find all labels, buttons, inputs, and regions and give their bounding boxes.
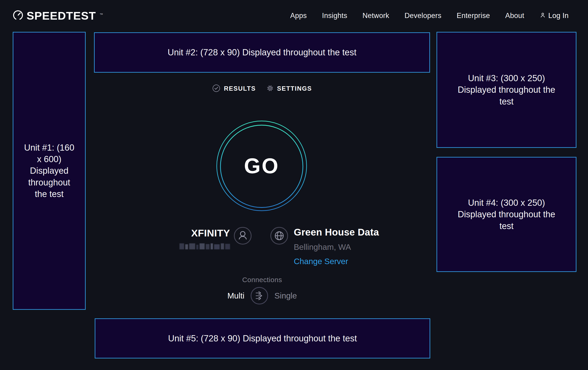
login-label: Log In (548, 11, 569, 20)
tab-results-label: RESULTS (224, 85, 256, 92)
main-nav: Apps Insights Network Developers Enterpr… (290, 11, 569, 20)
globe-icon-badge (270, 227, 288, 246)
speedtest-logo[interactable]: SPEEDTEST ™ (13, 9, 103, 22)
ad-unit-5[interactable]: Unit #5: (728 x 90) Displayed throughout… (95, 318, 430, 359)
connections-single-option[interactable]: Single (274, 291, 297, 300)
ad-unit-3[interactable]: Unit #3: (300 x 250) Displayed throughou… (437, 32, 577, 148)
user-icon (539, 12, 546, 19)
connection-details: XFINITY (94, 225, 430, 269)
nav-item-apps[interactable]: Apps (290, 11, 307, 20)
nav-item-developers[interactable]: Developers (404, 11, 441, 20)
ad-unit-2-text: Unit #2: (728 x 90) Displayed throughout… (168, 47, 356, 58)
connections-section: Connections Multi Single (94, 276, 430, 305)
ad-unit-1[interactable]: Unit #1: (160 x 600) Displayed throughou… (13, 32, 86, 310)
check-circle-icon (212, 84, 220, 93)
login-button[interactable]: Log In (539, 11, 569, 20)
ad-unit-4-text: Unit #4: (300 x 250) Displayed throughou… (458, 197, 556, 232)
ad-unit-1-text: Unit #1: (160 x 600) Displayed throughou… (23, 142, 75, 200)
ad-unit-4[interactable]: Unit #4: (300 x 250) Displayed throughou… (437, 157, 577, 272)
multi-arrows-icon (256, 292, 262, 300)
tab-results[interactable]: RESULTS (212, 84, 256, 93)
isp-avatar-badge (234, 227, 252, 246)
nav-item-enterprise[interactable]: Enterprise (457, 11, 490, 20)
gear-icon (266, 85, 274, 93)
ad-unit-3-text: Unit #3: (300 x 250) Displayed throughou… (458, 72, 556, 107)
nav-item-network[interactable]: Network (363, 11, 389, 20)
go-button-label: GO (244, 154, 279, 178)
tab-settings-label: SETTINGS (277, 85, 312, 92)
speedtest-page: SPEEDTEST ™ Apps Insights Network Develo… (0, 0, 588, 370)
multi-connection-toggle[interactable] (250, 287, 268, 305)
gauge-icon (13, 10, 23, 21)
ad-unit-5-text: Unit #5: (728 x 90) Displayed throughout… (168, 333, 357, 344)
view-tabs: RESULTS SETTINGS (94, 81, 430, 96)
tab-settings[interactable]: SETTINGS (266, 85, 312, 93)
connections-toggle-row: Multi Single (94, 287, 430, 305)
change-server-link[interactable]: Change Server (294, 257, 379, 266)
server-info: Green House Data Bellingham, WA Change S… (294, 227, 379, 266)
go-button[interactable]: GO (216, 120, 307, 211)
redacted-ip (179, 242, 230, 249)
server-name: Green House Data (294, 227, 379, 238)
logo-text: SPEEDTEST (27, 9, 96, 22)
nav-item-about[interactable]: About (505, 11, 524, 20)
nav-item-insights[interactable]: Insights (322, 11, 347, 20)
ad-unit-2[interactable]: Unit #2: (728 x 90) Displayed throughout… (94, 32, 430, 73)
header: SPEEDTEST ™ Apps Insights Network Develo… (0, 0, 588, 31)
connections-multi-option[interactable]: Multi (227, 291, 244, 300)
isp-name[interactable]: XFINITY (191, 228, 230, 239)
logo-trademark: ™ (100, 12, 103, 16)
connections-label: Connections (94, 276, 430, 284)
server-location: Bellingham, WA (294, 242, 379, 252)
